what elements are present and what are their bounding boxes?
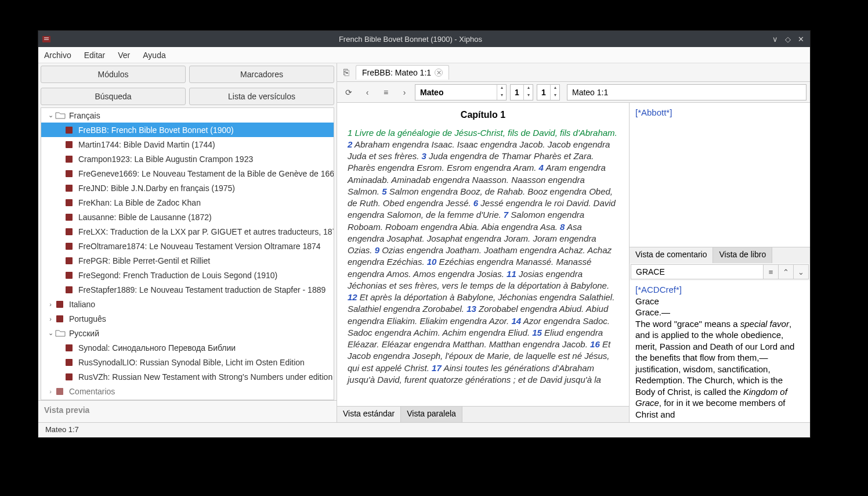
menu-view[interactable]: Ver [118, 51, 130, 60]
tab-standard-view[interactable]: Vista estándar [337, 407, 401, 422]
tree-lang-fr[interactable]: ⌄ Français [41, 108, 334, 123]
tree-item[interactable]: FreGeneve1669: Le Nouveau Testament de l… [41, 166, 334, 181]
tab-commentary-view[interactable]: Vista de comentario [630, 247, 713, 263]
tree-item[interactable]: Martin1744: Bible David Martin (1744) [41, 137, 334, 152]
verse-number[interactable]: 3 [422, 151, 426, 161]
commentary-pane[interactable]: [*Abbott*] [630, 103, 810, 247]
svg-rect-14 [56, 315, 63, 322]
verse-selector[interactable]: ▴▾ [537, 84, 560, 100]
tree-item[interactable]: Lausanne: Bible de Lausanne (1872) [41, 210, 334, 224]
tree-item[interactable]: FreJND: Bible J.N.Darby en français (197… [41, 181, 334, 195]
main-pane: ⎘ FreBBB: Mateo 1:1 ✕ ⟳ ‹ ≡ › ▴▾ ▴▾ [337, 63, 810, 422]
vs-down-icon[interactable]: ▾ [551, 92, 559, 100]
chapter-input[interactable] [511, 88, 523, 97]
chevron-right-icon[interactable]: › [46, 315, 55, 322]
verse-number[interactable]: 6 [473, 198, 478, 208]
book-up-icon[interactable]: ▴ [497, 85, 506, 92]
new-tab-icon[interactable]: ⎘ [339, 66, 353, 80]
search-button[interactable]: Búsqueda [41, 88, 186, 105]
tree-item[interactable]: FreBBB: French Bible Bovet Bonnet (1900) [41, 123, 334, 137]
tree-item[interactable]: FrePGR: Bible Perret-Gentil et Rilliet [41, 253, 334, 268]
tree-lang-ru[interactable]: ⌄ Русский [41, 326, 334, 340]
tree-item[interactable]: FreStapfer1889: Le Nouveau Testament tra… [41, 282, 334, 297]
refresh-icon[interactable]: ⟳ [341, 84, 357, 100]
tree-lang-it[interactable]: › Italiano [41, 297, 334, 311]
dict-menu-icon[interactable]: ≡ [763, 265, 778, 279]
dict-up-icon[interactable]: ⌃ [778, 265, 793, 279]
book-icon [64, 242, 75, 250]
tree-item[interactable]: FreOltramare1874: Le Nouveau Testament V… [41, 239, 334, 253]
tree-item[interactable]: Crampon1923: La Bible Augustin Crampon 1… [41, 152, 334, 166]
chevron-right-icon[interactable]: › [46, 388, 55, 395]
tree-item[interactable]: FreKhan: La Bible de Zadoc Khan [41, 195, 334, 210]
verse-number[interactable]: 4 [539, 163, 544, 172]
chevron-down-icon[interactable]: ⌄ [46, 329, 55, 337]
verse-number[interactable]: 5 [382, 186, 386, 196]
book-input[interactable] [415, 88, 497, 97]
module-tree[interactable]: ⌄ Français FreBBB: French Bible Bovet Bo… [41, 107, 334, 400]
ch-up-icon[interactable]: ▴ [524, 85, 533, 92]
menu-edit[interactable]: Editar [84, 51, 106, 60]
dict-ref-link[interactable]: [*ACDCref*] [635, 285, 682, 294]
verse-number[interactable]: 9 [375, 245, 379, 255]
tree-item[interactable]: RusSynodalLIO: Russian Synodal Bible, Li… [41, 355, 334, 369]
back-icon[interactable]: ‹ [359, 84, 375, 100]
chevron-right-icon[interactable]: › [46, 301, 55, 308]
ch-down-icon[interactable]: ▾ [524, 92, 533, 100]
book-selector[interactable]: ▴▾ [415, 84, 507, 100]
menu-help[interactable]: Ayuda [143, 51, 165, 60]
book-down-icon[interactable]: ▾ [497, 92, 506, 100]
verse-number[interactable]: 13 [466, 304, 476, 314]
verse-number[interactable]: 12 [348, 292, 357, 302]
status-text: Mateo 1:7 [45, 425, 79, 434]
forward-icon[interactable]: › [396, 84, 413, 100]
tab-book-view[interactable]: Vista de libro [713, 247, 772, 263]
verse-number[interactable]: 17 [432, 363, 442, 373]
chevron-down-icon[interactable]: ⌄ [46, 112, 55, 119]
verse-input[interactable] [537, 88, 550, 97]
verse-number[interactable]: 15 [532, 328, 542, 337]
svg-rect-4 [66, 170, 73, 177]
commentary-link[interactable]: [*Abbott*] [635, 107, 672, 117]
svg-rect-13 [56, 301, 63, 308]
book-icon [64, 155, 75, 163]
tab-active[interactable]: FreBBB: Mateo 1:1 ✕ [356, 65, 449, 80]
menu-file[interactable]: Archivo [44, 51, 71, 60]
verse-number[interactable]: 16 [590, 339, 600, 349]
folder-icon [55, 329, 66, 337]
vs-up-icon[interactable]: ▴ [551, 85, 559, 92]
tree-item[interactable]: FreLXX: Traduction de la LXX par P. GIGU… [41, 224, 334, 239]
close-icon[interactable]: ✕ [798, 35, 804, 44]
verse-number[interactable]: 10 [427, 257, 437, 267]
verse-number[interactable]: 14 [511, 316, 521, 326]
dict-down-icon[interactable]: ⌄ [793, 265, 808, 279]
menu-icon[interactable]: ≡ [378, 84, 394, 100]
maximize-icon[interactable]: ◇ [785, 35, 791, 44]
book-icon [64, 286, 75, 294]
minimize-icon[interactable]: ∨ [772, 35, 778, 44]
menubar: Archivo Editar Ver Ayuda [38, 47, 810, 63]
tree-item[interactable]: Synodal: Синодального Перевода Библии [41, 340, 334, 355]
modules-button[interactable]: Módulos [41, 66, 186, 83]
tree-lang-pt[interactable]: › Português [41, 311, 334, 326]
verse-number[interactable]: 1 [348, 128, 352, 138]
tree-item[interactable]: FreSegond: French Traduction de Louis Se… [41, 268, 334, 282]
dictionary-pane[interactable]: [*ACDCref*] Grace Grace.— The word "grac… [630, 281, 810, 422]
verse-number[interactable]: 2 [348, 139, 352, 149]
book-icon [64, 184, 75, 192]
dict-search-input[interactable] [631, 265, 763, 279]
verse-number[interactable]: 8 [560, 222, 565, 232]
tab-parallel-view[interactable]: Vista paralela [401, 407, 462, 422]
reference-input[interactable]: Mateo 1:1 [567, 84, 806, 100]
verse-number[interactable]: 11 [507, 269, 516, 279]
verselist-button[interactable]: Lista de versículos [189, 88, 334, 105]
chapter-selector[interactable]: ▴▾ [510, 84, 533, 100]
scripture-text[interactable]: Capítulo 1 1 Livre de la généalogie de J… [337, 103, 629, 406]
tree-item[interactable]: RusVZh: Russian New Testament with Stron… [41, 369, 334, 384]
tab-close-icon[interactable]: ✕ [435, 69, 443, 77]
app-icon [38, 34, 55, 44]
bookmarks-button[interactable]: Marcadores [189, 66, 334, 83]
tree-commentaries[interactable]: › Comentarios [41, 384, 334, 398]
verse-number[interactable]: 7 [504, 210, 508, 220]
svg-rect-18 [56, 388, 63, 395]
